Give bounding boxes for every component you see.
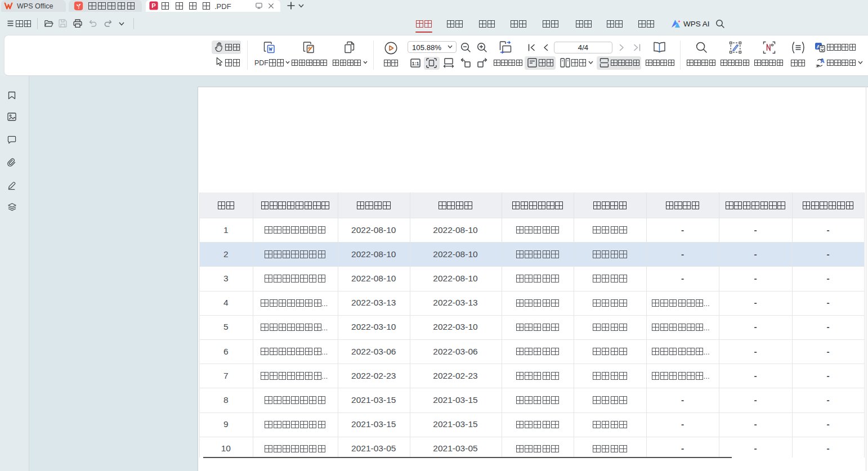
svg-text:A: A — [820, 58, 824, 64]
svg-text:P: P — [151, 2, 156, 9]
svg-text:x: x — [816, 63, 818, 69]
svg-text:1:1: 1:1 — [411, 61, 419, 66]
